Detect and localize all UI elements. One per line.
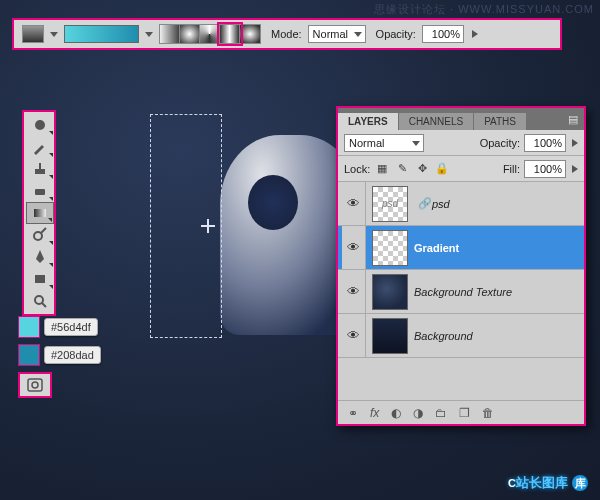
panel-menu-icon[interactable]: ▤ [562,109,584,130]
svg-rect-2 [39,163,41,169]
color1-swatch[interactable] [18,316,40,338]
layer-row[interactable]: 👁 psd 🔗 psd [338,182,584,226]
gradient-angle-button[interactable] [200,25,220,43]
svg-point-5 [34,232,42,240]
opacity-flyout-icon[interactable] [572,139,578,147]
gradient-linear-button[interactable] [160,25,180,43]
layers-panel: LAYERS CHANNELS PATHS ▤ Normal Opacity: … [336,106,586,426]
layer-thumbnail[interactable]: psd [372,186,408,222]
layer-row[interactable]: 👁 Background Texture [338,270,584,314]
fill-label: Fill: [503,163,520,175]
blend-mode-value: Normal [349,137,384,149]
lock-label: Lock: [344,163,370,175]
new-layer-button[interactable]: ❐ [459,406,470,420]
gradient-diamond-button[interactable] [240,25,260,43]
gradient-preview[interactable] [64,25,139,43]
blend-opacity-row: Normal Opacity: 100% [338,130,584,156]
blend-mode-select[interactable]: Normal [344,134,424,152]
fill-input[interactable]: 100% [524,160,566,178]
chevron-down-icon [412,141,420,146]
svg-point-0 [35,120,45,130]
visibility-toggle[interactable]: 👁 [342,270,366,313]
clone-stamp-tool[interactable] [26,158,54,180]
watermark-bottom: C站长图库库 [508,474,588,492]
svg-rect-4 [34,209,46,217]
gradient-type-group [159,24,261,44]
logo-icon: 库 [572,475,588,491]
options-bar: Mode: Normal Opacity: 100% [12,18,562,50]
svg-point-8 [35,296,43,304]
layer-thumbnail[interactable] [372,274,408,310]
layer-row[interactable]: 👁 Gradient [338,226,584,270]
visibility-toggle[interactable]: 👁 [342,314,366,357]
panel-tabs: LAYERS CHANNELS PATHS ▤ [338,108,584,130]
lock-position-icon[interactable]: ✥ [414,161,430,177]
fill-flyout-icon[interactable] [572,165,578,173]
tool-palette [22,110,56,316]
layer-opacity-input[interactable]: 100% [524,134,566,152]
lock-transparent-icon[interactable]: ▦ [374,161,390,177]
svg-rect-7 [35,275,45,283]
tab-channels[interactable]: CHANNELS [399,113,473,130]
color2-swatch[interactable] [18,344,40,366]
zoom-tool[interactable] [26,290,54,312]
dodge-tool[interactable] [26,224,54,246]
selection-marquee [150,114,222,338]
opacity-flyout-icon[interactable] [472,30,478,38]
fx-button[interactable]: fx [370,406,379,420]
svg-rect-3 [35,189,45,195]
visibility-toggle[interactable]: 👁 [342,226,366,269]
mode-value: Normal [313,28,348,40]
opacity-label: Opacity: [376,28,416,40]
layer-opacity-label: Opacity: [480,137,520,149]
gradient-color-callouts: #56d4df #208dad [18,316,101,398]
adjustment-button[interactable]: ◑ [413,406,423,420]
shape-tool[interactable] [26,268,54,290]
lock-pixels-icon[interactable]: ✎ [394,161,410,177]
layer-thumbnail[interactable] [372,230,408,266]
layer-panel-bottom-bar: ⚭ fx ◐ ◑ 🗀 ❐ 🗑 [338,400,584,424]
chevron-down-icon [354,32,362,37]
svg-line-9 [42,303,46,307]
pen-tool[interactable] [26,246,54,268]
mask-button[interactable]: ◐ [391,406,401,420]
gradient-picker-dropdown-icon[interactable] [145,32,153,37]
layer-list: 👁 psd 🔗 psd 👁 Gradient 👁 Background Text… [338,182,584,400]
tool-preset-dropdown-icon[interactable] [50,32,58,37]
layer-name[interactable]: psd [432,198,450,210]
group-button[interactable]: 🗀 [435,406,447,420]
tool-preset-swatch[interactable] [22,25,44,43]
mode-select[interactable]: Normal [308,25,366,43]
svg-line-6 [41,228,46,233]
svg-rect-1 [35,169,45,174]
gradient-tool[interactable] [26,202,54,224]
color2-label: #208dad [44,346,101,364]
visibility-toggle[interactable]: 👁 [342,182,366,225]
lock-all-icon[interactable]: 🔒 [434,161,450,177]
brush-tool[interactable] [26,136,54,158]
layer-name[interactable]: Gradient [414,242,459,254]
color1-label: #56d4df [44,318,98,336]
link-icon: 🔗 [418,197,432,210]
layer-row[interactable]: 👁 Background [338,314,584,358]
tab-paths[interactable]: PATHS [474,113,526,130]
lock-fill-row: Lock: ▦ ✎ ✥ 🔒 Fill: 100% [338,156,584,182]
link-layers-button[interactable]: ⚭ [348,406,358,420]
eraser-tool[interactable] [26,180,54,202]
quick-mask-button[interactable] [18,372,52,398]
layer-name[interactable]: Background Texture [414,286,512,298]
tab-layers[interactable]: LAYERS [338,113,398,130]
gradient-reflected-button[interactable] [220,25,240,43]
mode-label: Mode: [271,28,302,40]
svg-point-11 [32,382,38,388]
watermark-top: 思缘设计论坛 · WWW.MISSYUAN.COM [374,2,594,17]
layer-thumbnail[interactable] [372,318,408,354]
gradient-cursor-icon [201,219,215,233]
opacity-input[interactable]: 100% [422,25,464,43]
blur-tool[interactable] [26,114,54,136]
gradient-radial-button[interactable] [180,25,200,43]
svg-rect-10 [28,379,42,391]
trash-button[interactable]: 🗑 [482,406,494,420]
layer-name[interactable]: Background [414,330,473,342]
